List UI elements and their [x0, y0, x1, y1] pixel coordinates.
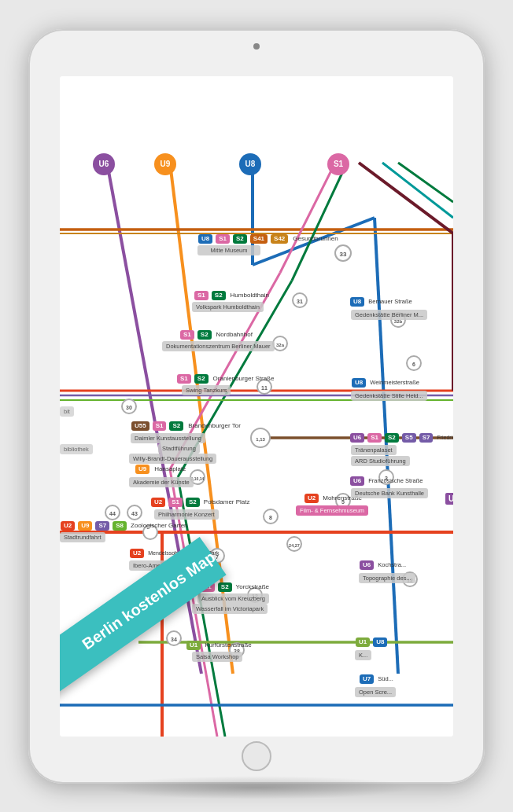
zoo-badges: U2 U9 S7 S8 Zoologischer Garten [60, 520, 188, 531]
franzosische-right: U6 Französische Straße [349, 476, 423, 487]
svg-line-7 [280, 163, 335, 273]
ard-box: ARD Studioführung [351, 456, 410, 466]
humboldthain-badges: S1 S2 Humboldthain [194, 290, 269, 301]
svg-text:30: 30 [126, 405, 132, 410]
left-partial-1: bit [60, 406, 74, 417]
philharmonie-box: Philharmonie Konzert [154, 509, 219, 520]
swing-box: Swing Tanzkurs [182, 385, 231, 395]
kochstr-right: U6 Kochstra... [359, 560, 406, 571]
line-circle-u9: U9 [154, 153, 176, 175]
svg-text:8: 8 [269, 515, 272, 520]
bernauer-right: U8 Bernauer Straße [349, 296, 412, 307]
line-circle-u6: U6 [93, 153, 115, 175]
mitte-museum-box: Mitte Museum [197, 245, 260, 255]
left-partial-2: bibliothek [60, 444, 93, 454]
map-container[interactable]: 33 31 32a 11 1,13 2,10,14 8 [60, 76, 453, 737]
line-circle-s1: S1 [327, 153, 349, 175]
gedenkstatte-berliner-box: Gedenkstätte Berliner M... [351, 310, 427, 320]
brandenburger-badges: U55 S1 S2 Brandenburger Tor [131, 421, 241, 432]
camera [253, 43, 260, 50]
salsa-box: Salsa Workshop [192, 652, 242, 662]
nordbahnhof-badges: S1 S2 Nordbahnhof [179, 329, 253, 340]
daimler-box: Daimler Kunstausstellung [131, 433, 205, 443]
friedrichstr-right: U6 S1 S2 S5 S7 Friedrich... [349, 432, 453, 443]
svg-text:31: 31 [297, 299, 303, 304]
svg-text:43: 43 [131, 511, 138, 516]
bottom-right-badges: U1 U8 [355, 637, 388, 648]
openscreen-box: Open Scre... [355, 687, 396, 697]
akademie-box: Akademie der Künste [129, 477, 194, 487]
weinmeister-right: U8 Weinmeisterstraße [351, 377, 419, 388]
svg-text:24,27: 24,27 [289, 543, 300, 548]
ausblick-box: Ausblick vom Kreuzberg [197, 593, 269, 604]
svg-text:32a: 32a [276, 343, 285, 347]
stadtfuhrung-box: Stadtführung [158, 443, 200, 454]
wasserfall-box: Wasserfall im Victoriapark [192, 604, 268, 614]
u7-right-badges: U7 Süd... [359, 674, 393, 685]
u-partial-right: U [445, 493, 453, 505]
topographie-box: Topographie des... [359, 573, 415, 583]
kurf-badges: U1 Kurfürstenstraße [186, 640, 252, 651]
willy-box: Willy-Brandt-Dauerausstellung [129, 454, 216, 464]
oranienburger-badges: S1 S2 Oranienburger Straße [176, 373, 274, 384]
svg-line-10 [292, 163, 347, 281]
line-circle-u8: U8 [239, 153, 261, 175]
deutsche-bank-box: Deutsche Bank Kunsthalle [351, 488, 428, 498]
svg-text:6: 6 [412, 362, 415, 367]
ipad-device: 33 31 32a 11 1,13 2,10,14 8 [28, 29, 485, 784]
tranenpalast-box: Tränenpalaset [351, 445, 397, 455]
svg-text:11: 11 [261, 385, 268, 391]
stadtrundfahrt-box: Stadtrundfahrt [60, 532, 105, 542]
k-box: K... [355, 650, 371, 660]
ipad-shadow [99, 776, 414, 799]
doku-box: Dokumentationszentrum Berliner Mauer [162, 341, 275, 351]
svg-text:34: 34 [171, 637, 177, 642]
potsdamer-badges: U2 S1 S2 Potsdamer Platz [150, 497, 250, 508]
gesundbrunnen-badges: U8 S1 S2 S41 S42 Gesundbrunnen [197, 233, 338, 244]
svg-text:1,13: 1,13 [256, 437, 265, 442]
hansaplatz-badges: U9 Hansaplatz [135, 464, 186, 475]
volkspark-box: Volkspark Humboldthain [192, 302, 264, 312]
filmmuseum-box: Film- & Fernsehmuseum [296, 505, 368, 516]
home-button[interactable] [242, 741, 271, 771]
gedenkstatte-stille-box: Gedenkstätte Stille Held... [351, 391, 427, 401]
svg-text:33: 33 [340, 251, 347, 258]
ipad-screen: 33 31 32a 11 1,13 2,10,14 8 [60, 76, 453, 737]
svg-text:44: 44 [109, 511, 116, 516]
svg-line-21 [359, 163, 453, 233]
